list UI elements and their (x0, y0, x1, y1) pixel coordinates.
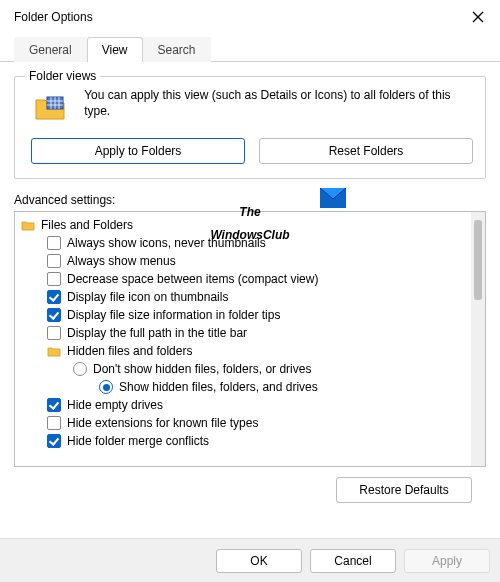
ok-button[interactable]: OK (216, 549, 302, 573)
tree-item[interactable]: Display the full path in the title bar (17, 324, 469, 342)
restore-defaults-button[interactable]: Restore Defaults (336, 477, 472, 503)
checkbox-icon[interactable] (47, 416, 61, 430)
tree-item[interactable]: Decrease space between items (compact vi… (17, 270, 469, 288)
tab-strip: General View Search (0, 34, 500, 62)
tree-item[interactable]: Always show menus (17, 252, 469, 270)
advanced-settings-tree[interactable]: Files and Folders Always show icons, nev… (14, 211, 486, 467)
tab-general[interactable]: General (14, 37, 87, 62)
tree-item[interactable]: Hide folder merge conflicts (17, 432, 469, 450)
scroll-thumb[interactable] (474, 220, 482, 300)
checkbox-icon[interactable] (47, 326, 61, 340)
folder-icon (21, 218, 35, 232)
folder-icon (34, 91, 68, 128)
advanced-settings-label: Advanced settings: (14, 193, 486, 207)
checkbox-icon[interactable] (47, 236, 61, 250)
folder-icon (47, 344, 61, 358)
folder-views-desc: You can apply this view (such as Details… (84, 87, 473, 128)
dialog-footer: OK Cancel Apply (0, 538, 500, 582)
checkbox-icon[interactable] (47, 308, 61, 322)
radio-icon[interactable] (73, 362, 87, 376)
tree-group-label: Files and Folders (41, 218, 133, 232)
tree-item[interactable]: Display file size information in folder … (17, 306, 469, 324)
apply-to-folders-button[interactable]: Apply to Folders (31, 138, 245, 164)
tree-radio-item[interactable]: Show hidden files, folders, and drives (17, 378, 469, 396)
checkbox-icon[interactable] (47, 398, 61, 412)
close-button[interactable] (464, 3, 492, 31)
titlebar: Folder Options (0, 0, 500, 34)
apply-button: Apply (404, 549, 490, 573)
tree-item[interactable]: Hide empty drives (17, 396, 469, 414)
checkbox-icon[interactable] (47, 290, 61, 304)
cancel-button[interactable]: Cancel (310, 549, 396, 573)
view-panel: Folder views You can apply this view (su… (0, 62, 500, 513)
tree-item[interactable]: Display file icon on thumbnails (17, 288, 469, 306)
folder-views-group: Folder views You can apply this view (su… (14, 76, 486, 179)
window-title: Folder Options (14, 10, 93, 24)
checkbox-icon[interactable] (47, 254, 61, 268)
checkbox-icon[interactable] (47, 272, 61, 286)
tree-group-hidden[interactable]: Hidden files and folders (17, 342, 469, 360)
tree-scrollbar[interactable] (471, 212, 485, 466)
tab-view[interactable]: View (87, 37, 143, 62)
checkbox-icon[interactable] (47, 434, 61, 448)
reset-folders-button[interactable]: Reset Folders (259, 138, 473, 164)
close-icon (472, 11, 484, 23)
tree-item[interactable]: Always show icons, never thumbnails (17, 234, 469, 252)
tree-item[interactable]: Hide extensions for known file types (17, 414, 469, 432)
tree-radio-item[interactable]: Don't show hidden files, folders, or dri… (17, 360, 469, 378)
tab-search[interactable]: Search (143, 37, 211, 62)
tree-group-files-folders[interactable]: Files and Folders (17, 216, 469, 234)
radio-icon[interactable] (99, 380, 113, 394)
folder-views-title: Folder views (25, 69, 100, 83)
